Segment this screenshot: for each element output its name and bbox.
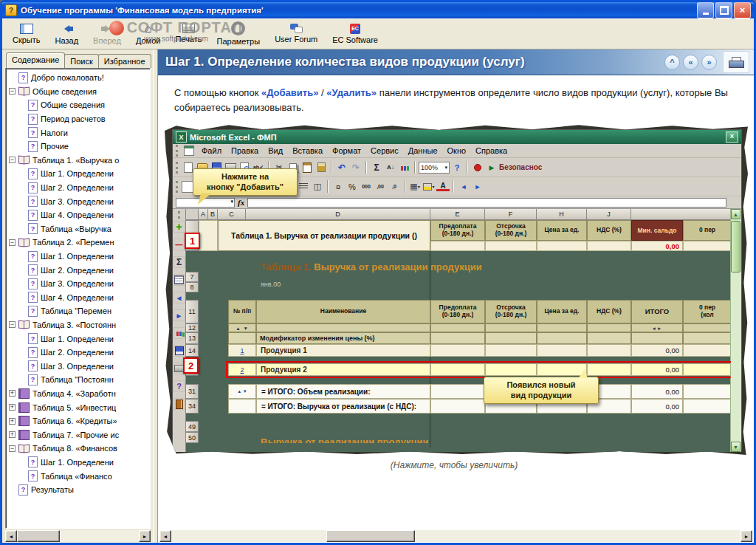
tree-item-label: Таблица "Постоянн — [41, 375, 114, 384]
seclabel-icon: Безопаснос — [499, 161, 542, 174]
tree-item[interactable]: Таблица "Постоянн — [7, 373, 150, 387]
tree-item[interactable]: Добро пожаловать! — [7, 71, 150, 85]
topic-print-button[interactable] — [723, 51, 749, 73]
callout-text: кнопку "Добавить" — [198, 182, 292, 192]
tree-item-label: Таблица 4. «Заработн — [32, 389, 116, 398]
tree-item-label: Результаты — [31, 485, 74, 494]
tree-item-label: Шаг 1. Определени — [41, 335, 114, 343]
content-horizontal-scrollbar[interactable]: ◄ ► — [159, 530, 752, 542]
excel-screenshot-image[interactable]: X Microsoft Excel - ФМП × ФайлПравкаВидВ… — [165, 124, 748, 455]
close-button[interactable] — [734, 2, 751, 18]
sidebar-tab[interactable]: Содержание — [6, 52, 65, 68]
tree-item[interactable]: Таблица «Финансо — [7, 469, 150, 483]
tree-item[interactable]: Шаг 3. Определени — [7, 359, 150, 373]
fx-icon: fx — [238, 198, 244, 207]
partial-column-heading: 0 пер — [683, 220, 731, 241]
tree-toggle-icon[interactable]: + — [9, 431, 16, 438]
tree-item[interactable]: −Таблица 8. «Финансов — [7, 442, 150, 456]
scrollbar-track[interactable] — [171, 530, 740, 542]
tree-item[interactable]: Шаг 4. Определени — [7, 208, 150, 222]
sheet-cell — [683, 384, 731, 399]
ecsoftware-button[interactable]: EC Software — [325, 21, 385, 47]
sidebar-horizontal-scrollbar[interactable]: ◄ ► — [5, 530, 151, 542]
options-button[interactable]: Параметры — [209, 19, 267, 48]
tree-item[interactable]: Шаг 1. Определени — [7, 167, 150, 181]
column-header: C — [218, 209, 246, 220]
hide-button[interactable]: Скрыть — [5, 21, 48, 47]
tree-item[interactable]: Шаг 1. Определени — [7, 332, 150, 346]
home-button[interactable]: Домой — [128, 21, 168, 47]
tree-item-label: Таблица 3. «Постоянн — [32, 321, 116, 329]
forum-button[interactable]: User Forum — [267, 21, 325, 46]
tree-item[interactable]: Шаг 3. Определени — [7, 277, 150, 291]
tree-item[interactable]: Период расчетов — [7, 112, 150, 126]
back-button[interactable]: Назад — [48, 21, 86, 47]
tree-item-label: Налоги — [41, 128, 68, 137]
minimize-button[interactable] — [697, 2, 714, 18]
tree-item[interactable]: −Таблица 3. «Постоянн — [7, 318, 150, 332]
sidebar-tabs: СодержаниеПоискИзбранное — [5, 52, 153, 68]
title-bar[interactable]: ? Обучение программы 'Финансовая модель … — [2, 2, 754, 18]
tree-toggle-icon[interactable]: + — [9, 390, 16, 397]
scrollbar-thumb[interactable] — [326, 530, 415, 542]
scrollbar-thumb[interactable] — [17, 530, 60, 542]
scroll-right-button[interactable]: ► — [139, 530, 151, 542]
band-title-text: Выручка от реализации продукции — [312, 261, 482, 272]
tree-item[interactable]: Результаты — [7, 483, 150, 497]
toolbar-separator — [327, 180, 329, 193]
sidebar-tab[interactable]: Избранное — [98, 54, 151, 68]
tree-toggle-icon[interactable]: − — [9, 445, 16, 452]
excel-scroll-up-icon: ▲ — [731, 209, 740, 219]
forward-button[interactable]: Вперед — [86, 21, 128, 47]
top-column-heading: НДС (%) — [587, 220, 631, 241]
table-column-header: 0 пер (кол — [683, 300, 731, 323]
scroll-right-button[interactable]: ► — [740, 530, 752, 542]
tree-toggle-icon[interactable]: − — [9, 239, 16, 246]
tree-item[interactable]: Шаг 1. Определени — [7, 456, 150, 470]
merge-icon — [311, 180, 324, 193]
tree-item-label: Шаг 1. Определени — [41, 169, 114, 178]
tree-item[interactable]: Шаг 4. Определени — [7, 291, 150, 305]
tree-item[interactable]: −Общие сведения — [7, 85, 150, 99]
tree-toggle-icon[interactable]: + — [9, 418, 16, 425]
scroll-left-button[interactable]: ◄ — [159, 530, 171, 542]
tree-toggle-icon[interactable]: − — [9, 88, 16, 95]
thousand-icon: 000 — [360, 180, 373, 193]
tree-item[interactable]: +Таблица 4. «Заработн — [7, 387, 150, 401]
tree-item[interactable]: Таблица «Выручка — [7, 222, 150, 236]
maximize-button[interactable] — [715, 2, 732, 18]
scroll-left-button[interactable]: ◄ — [5, 530, 17, 542]
previous-button[interactable]: « — [683, 55, 698, 70]
sum-icon — [173, 256, 185, 268]
next-icon — [173, 309, 185, 321]
tree-toggle-icon[interactable]: − — [9, 157, 16, 163]
sidebar-tab[interactable]: Поиск — [64, 54, 98, 68]
next-button[interactable]: » — [701, 55, 717, 70]
tree-item[interactable]: +Таблица 7. «Прочие ис — [7, 428, 150, 442]
tree-item[interactable]: −Таблица 1. «Выручка о — [7, 154, 150, 168]
tree-toggle-icon[interactable]: − — [9, 321, 16, 328]
tree-item[interactable]: +Таблица 6. «Кредиты» — [7, 414, 150, 428]
sheet-cell — [430, 384, 485, 399]
tree-item[interactable]: Налоги — [7, 126, 150, 140]
tree-toggle-icon[interactable]: + — [9, 404, 16, 411]
tree-item[interactable]: Общие сведения — [7, 98, 150, 112]
tree-item[interactable]: Шаг 3. Определени — [7, 194, 150, 208]
tree-item[interactable]: Шаг 2. Определени — [7, 346, 150, 360]
scrollbar-track[interactable] — [17, 530, 139, 542]
scroll-top-button[interactable]: ^ — [664, 55, 680, 70]
fontcolor-icon: А — [436, 182, 450, 191]
tree-item[interactable]: Таблица "Перемен — [7, 304, 150, 318]
tree-item[interactable]: Шаг 1. Определени — [7, 250, 150, 264]
tree-item[interactable]: Шаг 2. Определени — [7, 181, 150, 195]
pane-splitter[interactable] — [153, 49, 158, 544]
toolbar-grip — [176, 145, 178, 157]
print-button[interactable]: Печать — [168, 21, 209, 46]
book-icon — [18, 388, 30, 399]
tree-item[interactable]: +Таблица 5. «Инвестиц — [7, 400, 150, 414]
tree-item[interactable]: −Таблица 2. «Перемен — [7, 236, 150, 250]
tree-item[interactable]: Шаг 2. Определени — [7, 263, 150, 277]
undo-icon — [335, 161, 348, 174]
tree-item[interactable]: Прочие — [7, 140, 150, 154]
sum-icon: Σ — [370, 161, 383, 174]
